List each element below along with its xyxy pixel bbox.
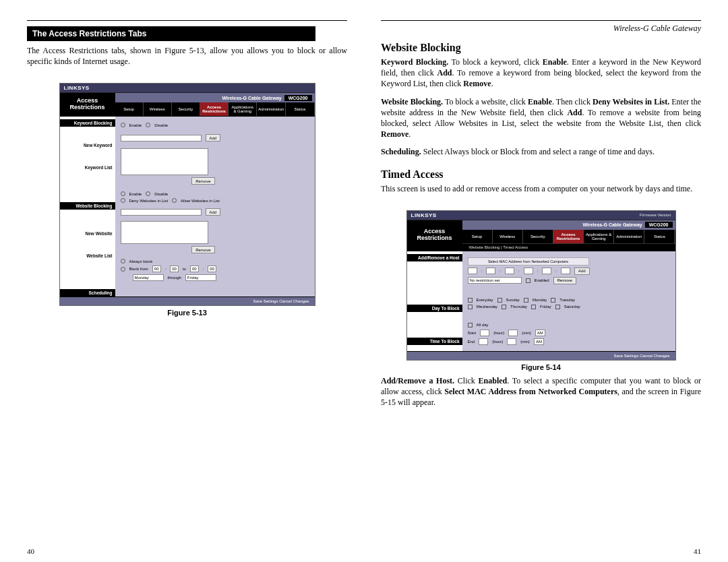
brand-logo-text-14: LINKSYS bbox=[411, 212, 437, 218]
start-min[interactable] bbox=[508, 330, 518, 336]
tab-apps-gaming[interactable]: Applications & Gaming bbox=[229, 102, 257, 116]
radio-always-label: Always block bbox=[129, 259, 153, 263]
remove-keyword-button[interactable]: Remove bbox=[191, 177, 214, 185]
label-keyword-blocking: Keyword Blocking bbox=[60, 119, 115, 127]
radio-allow[interactable] bbox=[172, 198, 177, 203]
add-website-button[interactable]: Add bbox=[206, 208, 221, 216]
radio-disable[interactable] bbox=[146, 123, 150, 127]
intro-paragraph: The Access Restrictions tabs, shown in F… bbox=[27, 45, 347, 67]
tab14-setup[interactable]: Setup bbox=[462, 230, 493, 243]
tab14-access-restrictions[interactable]: Access Restrictions bbox=[553, 230, 584, 243]
ss14-footer[interactable]: Save Settings Cancel Changes bbox=[407, 351, 675, 360]
enabled-checkbox[interactable] bbox=[526, 278, 530, 283]
new-website-input[interactable] bbox=[121, 209, 202, 216]
end-hour[interactable] bbox=[479, 338, 488, 345]
ss-topbar: LINKSYS bbox=[60, 84, 315, 93]
tab14-administration[interactable]: Administration bbox=[614, 230, 644, 243]
ss-product-row: Wireless-G Cable Gateway WCG200 bbox=[115, 93, 315, 102]
chk-monday[interactable] bbox=[524, 298, 528, 303]
add-keyword-button[interactable]: Add bbox=[206, 134, 221, 142]
remove-website-button[interactable]: Remove bbox=[191, 246, 214, 253]
chk-wednesday[interactable] bbox=[468, 305, 473, 309]
ss-main-panel: Enable Disable Add Remove Enable bbox=[115, 117, 315, 296]
end-label: End bbox=[468, 340, 475, 344]
day-from-select[interactable]: Monday bbox=[133, 274, 164, 281]
label-keyword-list: Keyword List bbox=[60, 164, 115, 171]
ss-main-tabs[interactable]: Setup Wireless Security Access Restricti… bbox=[115, 102, 315, 116]
section-heading-bar: The Access Restrictions Tabs bbox=[27, 26, 315, 41]
mac-5[interactable] bbox=[542, 268, 551, 274]
lbl-tuesday: Tuesday bbox=[559, 298, 575, 302]
mac-3[interactable] bbox=[505, 268, 514, 274]
mac-2[interactable] bbox=[486, 268, 495, 274]
chk-tuesday[interactable] bbox=[551, 298, 555, 303]
label-day-to-block: Day To Block bbox=[407, 305, 462, 312]
select-mac-msg[interactable]: Select MAC Address from Networked Comput… bbox=[468, 257, 589, 266]
hour-from[interactable]: 00 bbox=[152, 266, 161, 272]
radio-always-block[interactable] bbox=[121, 259, 125, 263]
radio-allow-label: Allow Websites in List bbox=[181, 199, 220, 203]
start-ampm[interactable]: AM bbox=[535, 330, 545, 336]
tab-wireless[interactable]: Wireless bbox=[144, 102, 172, 116]
mac-1[interactable] bbox=[468, 268, 477, 274]
lbl-sunday: Sunday bbox=[506, 298, 520, 302]
label-website-blocking: Website Blocking bbox=[60, 202, 115, 210]
tab14-wireless[interactable]: Wireless bbox=[493, 230, 523, 243]
chk-thursday[interactable] bbox=[502, 305, 506, 309]
tab-security[interactable]: Security bbox=[172, 102, 200, 116]
page-left: The Access Restrictions Tabs The Access … bbox=[27, 20, 347, 555]
heading-website-blocking: Website Blocking bbox=[381, 42, 701, 54]
tab-setup[interactable]: Setup bbox=[115, 102, 144, 116]
mac-4[interactable] bbox=[524, 268, 533, 274]
chk-everyday[interactable] bbox=[468, 298, 473, 303]
label-add-remove-host: Add/Remove a Host bbox=[407, 254, 462, 261]
restriction-select[interactable]: No restriction set bbox=[468, 277, 522, 284]
product-name-14: Wireless-G Cable Gateway bbox=[582, 222, 642, 227]
ss14-page-title: Access Restrictions bbox=[407, 220, 462, 251]
label-new-keyword: New Keyword bbox=[60, 142, 115, 149]
radio-enable[interactable] bbox=[121, 123, 125, 127]
end-min[interactable] bbox=[507, 338, 516, 345]
tab-access-restrictions[interactable]: Access Restrictions bbox=[200, 102, 229, 116]
lbl-thursday: Thursday bbox=[510, 305, 527, 309]
radio-deny[interactable] bbox=[121, 198, 125, 203]
radio-wb-disable-label: Disable bbox=[154, 192, 168, 196]
tab14-status[interactable]: Status bbox=[644, 230, 675, 243]
chk-allday[interactable] bbox=[468, 323, 473, 327]
lbl-min1: (min) bbox=[522, 331, 531, 335]
radio-wb-disable[interactable] bbox=[146, 191, 150, 196]
tab-administration[interactable]: Administration bbox=[257, 102, 286, 116]
lbl-monday: Monday bbox=[533, 298, 547, 302]
tab14-apps-gaming[interactable]: Applications & Gaming bbox=[584, 230, 614, 243]
ss14-main-tabs[interactable]: Setup Wireless Security Access Restricti… bbox=[462, 230, 675, 243]
heading-timed-access: Timed Access bbox=[381, 168, 701, 181]
day-to-select[interactable]: Friday bbox=[185, 274, 216, 281]
remove-host-button[interactable]: Remove bbox=[553, 277, 576, 284]
add-host-button[interactable]: Add bbox=[574, 268, 590, 275]
new-keyword-input[interactable] bbox=[121, 135, 202, 142]
radio-deny-label: Deny Websites in List bbox=[129, 199, 169, 203]
ss14-subtabs[interactable]: Website Blocking | Timed Access bbox=[462, 243, 675, 251]
para-timed-access: This screen is used to add or remove acc… bbox=[381, 183, 701, 194]
brand-logo-text: LINKSYS bbox=[64, 85, 90, 91]
radio-disable-label: Disable bbox=[154, 123, 168, 127]
hour-to[interactable]: 00 bbox=[190, 266, 199, 272]
start-hour[interactable] bbox=[480, 330, 489, 336]
ss-footer[interactable]: Save Settings Cancel Changes bbox=[60, 296, 315, 305]
chk-sunday[interactable] bbox=[497, 298, 502, 303]
end-ampm[interactable]: AM bbox=[534, 338, 544, 345]
figure-caption-14: Figure 5-14 bbox=[521, 363, 561, 371]
start-label: Start bbox=[468, 331, 477, 335]
keyword-list-box[interactable] bbox=[121, 148, 208, 175]
tab-status[interactable]: Status bbox=[286, 102, 314, 116]
mac-6[interactable] bbox=[561, 268, 570, 274]
min-from[interactable]: 00 bbox=[170, 266, 179, 272]
website-list-box[interactable] bbox=[121, 221, 208, 244]
running-header: Wireless-G Cable Gateway bbox=[381, 24, 701, 34]
chk-friday[interactable] bbox=[531, 305, 536, 309]
min-to[interactable]: 00 bbox=[208, 266, 216, 272]
chk-saturday[interactable] bbox=[555, 305, 560, 309]
radio-wb-enable[interactable] bbox=[121, 191, 125, 196]
tab14-security[interactable]: Security bbox=[523, 230, 553, 243]
radio-block-from[interactable] bbox=[121, 267, 125, 272]
